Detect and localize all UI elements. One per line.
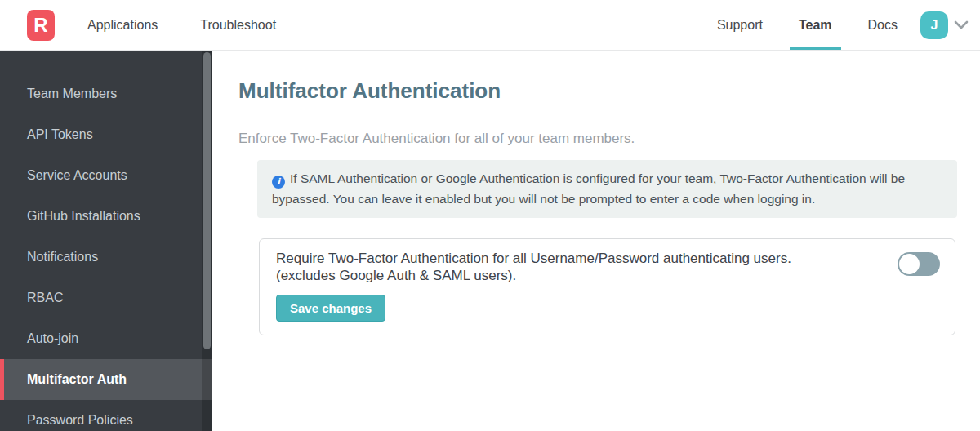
- toggle-knob: [899, 254, 920, 274]
- page-description: Enforce Two-Factor Authentication for al…: [238, 130, 957, 148]
- info-callout-text: If SAML Authentication or Google Authent…: [272, 171, 905, 206]
- brand-logo-icon[interactable]: R: [27, 10, 55, 41]
- title-divider: [238, 113, 957, 113]
- main-content: Multifactor Authentication Enforce Two-F…: [212, 51, 980, 431]
- sidebar-scrollbar-thumb[interactable]: [203, 52, 211, 349]
- setting-label: Require Two-Factor Authentication for al…: [276, 250, 791, 284]
- settings-sidebar: Team Members API Tokens Service Accounts…: [0, 51, 212, 431]
- page-title: Multifactor Authentication: [238, 78, 957, 103]
- secondary-nav: Support Team Docs J: [681, 0, 969, 50]
- two-factor-toggle[interactable]: [898, 252, 940, 276]
- primary-nav: Applications Troubleshoot: [87, 0, 318, 50]
- info-callout: iIf SAML Authentication or Google Authen…: [257, 160, 957, 218]
- nav-item-team[interactable]: Team: [799, 0, 832, 50]
- two-factor-setting-card: Require Two-Factor Authentication for al…: [259, 238, 956, 335]
- info-icon: i: [272, 176, 285, 189]
- nav-item-docs[interactable]: Docs: [868, 0, 898, 50]
- avatar[interactable]: J: [920, 11, 948, 39]
- sidebar-item-rbac[interactable]: RBAC: [0, 278, 212, 318]
- setting-label-line2: (excludes Google Auth & SAML users).: [276, 267, 791, 284]
- nav-item-applications[interactable]: Applications: [87, 0, 158, 50]
- sidebar-item-github-installations[interactable]: GitHub Installations: [0, 196, 212, 237]
- nav-item-support[interactable]: Support: [717, 0, 763, 50]
- sidebar-item-notifications[interactable]: Notifications: [0, 237, 212, 278]
- save-changes-button[interactable]: Save changes: [276, 295, 385, 322]
- sidebar-item-multifactor-auth[interactable]: Multifactor Auth: [0, 359, 212, 400]
- top-header: R Applications Troubleshoot Support Team…: [0, 0, 980, 51]
- sidebar-item-service-accounts[interactable]: Service Accounts: [0, 155, 212, 196]
- setting-label-line1: Require Two-Factor Authentication for al…: [276, 250, 791, 267]
- sidebar-item-api-tokens[interactable]: API Tokens: [0, 114, 212, 155]
- sidebar-item-auto-join[interactable]: Auto-join: [0, 318, 212, 359]
- chevron-down-icon[interactable]: [954, 20, 969, 30]
- nav-item-troubleshoot[interactable]: Troubleshoot: [200, 0, 276, 50]
- sidebar-item-team-members[interactable]: Team Members: [0, 73, 212, 114]
- sidebar-item-password-policies[interactable]: Password Policies: [0, 400, 212, 431]
